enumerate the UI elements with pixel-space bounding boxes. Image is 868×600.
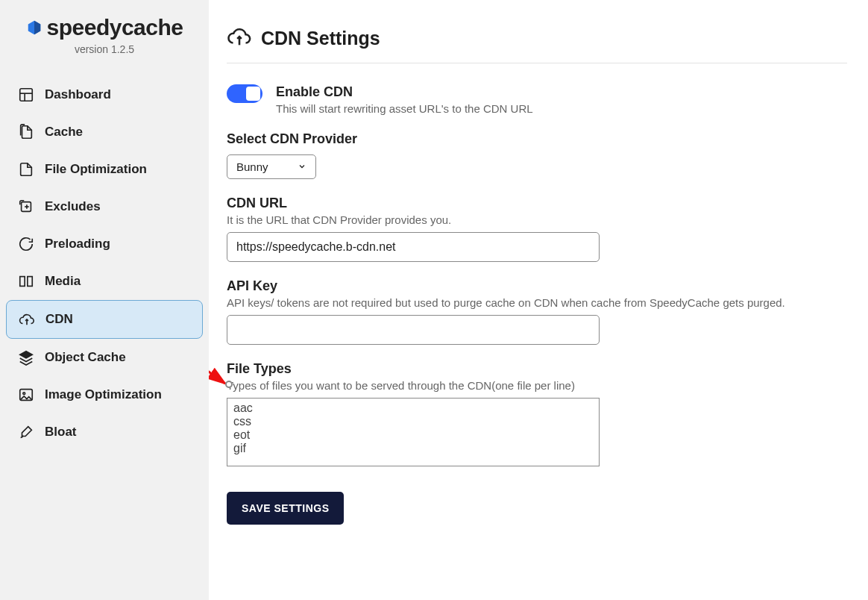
api-key-input[interactable] [227, 315, 600, 345]
sidebar-item-label: Cache [45, 125, 83, 140]
sidebar-item-label: Media [45, 274, 81, 289]
image-icon [18, 387, 34, 403]
sidebar-item-cache[interactable]: Cache [6, 113, 203, 151]
cloud-icon [227, 24, 252, 52]
sidebar-nav: Dashboard Cache File Optimization Exclud… [6, 76, 203, 451]
cdn-url-label: CDN URL [227, 196, 847, 211]
excludes-icon [18, 199, 34, 215]
page-header: CDN Settings [227, 24, 847, 63]
svg-rect-0 [20, 89, 33, 101]
file-types-desc: Types of files you want to be served thr… [227, 379, 847, 392]
svg-line-13 [209, 357, 225, 384]
file-types-block: File Types Types of files you want to be… [227, 361, 847, 469]
sidebar-item-cdn[interactable]: CDN [6, 300, 203, 339]
sidebar-item-label: Excludes [45, 199, 101, 214]
cdn-url-desc: It is the URL that CDN Provider provides… [227, 213, 847, 226]
file-types-label: File Types [227, 361, 847, 377]
sidebar-item-preloading[interactable]: Preloading [6, 225, 203, 263]
toggle-knob [246, 87, 260, 101]
sidebar: speedycache version 1.2.5 Dashboard Cach… [0, 0, 209, 600]
sidebar-item-label: Dashboard [45, 87, 111, 102]
enable-cdn-desc: This will start rewriting asset URL's to… [276, 102, 533, 115]
file-icon [18, 161, 34, 178]
provider-block: Select CDN Provider Bunny [227, 131, 847, 179]
api-key-block: API Key API keys/ tokens are not require… [227, 278, 847, 345]
sidebar-item-media[interactable]: Media [6, 263, 203, 300]
cdn-url-input[interactable] [227, 232, 600, 262]
sidebar-item-label: Bloat [45, 425, 77, 440]
api-key-desc: API keys/ tokens are not required but us… [227, 296, 847, 309]
provider-selected: Bunny [236, 160, 268, 173]
preloading-icon [18, 236, 34, 252]
sidebar-item-label: Image Optimization [45, 387, 162, 402]
sidebar-item-file-optimization[interactable]: File Optimization [6, 151, 203, 188]
sidebar-item-label: File Optimization [45, 162, 147, 177]
enable-cdn-toggle[interactable] [227, 84, 262, 103]
media-icon [18, 273, 34, 290]
brush-icon [18, 424, 34, 440]
sidebar-item-excludes[interactable]: Excludes [6, 188, 203, 225]
sidebar-item-dashboard[interactable]: Dashboard [6, 76, 203, 113]
enable-cdn-row: Enable CDN This will start rewriting ass… [227, 84, 847, 115]
sidebar-item-label: Preloading [45, 237, 110, 251]
sidebar-item-label: CDN [45, 312, 73, 327]
provider-label: Select CDN Provider [227, 131, 847, 147]
brand-version: version 1.2.5 [6, 43, 203, 55]
chevron-down-icon [298, 160, 306, 173]
sidebar-item-image-optimization[interactable]: Image Optimization [6, 376, 203, 413]
brand-block: speedycache version 1.2.5 [6, 15, 203, 55]
sidebar-item-label: Object Cache [45, 350, 126, 365]
annotation-dot-end [225, 381, 233, 388]
svg-rect-6 [20, 277, 25, 287]
page-title: CDN Settings [261, 28, 380, 49]
brand-logo-icon [26, 19, 43, 36]
layers-icon [18, 349, 34, 366]
svg-marker-9 [20, 351, 33, 358]
file-types-textarea[interactable] [227, 398, 600, 466]
svg-point-11 [23, 393, 25, 395]
cache-icon [18, 124, 34, 140]
enable-cdn-title: Enable CDN [276, 84, 533, 100]
sidebar-item-object-cache[interactable]: Object Cache [6, 339, 203, 376]
sidebar-item-bloat[interactable]: Bloat [6, 413, 203, 451]
cdn-url-block: CDN URL It is the URL that CDN Provider … [227, 196, 847, 262]
brand-name: speedycache [47, 15, 183, 40]
cdn-icon [19, 311, 35, 328]
svg-rect-7 [28, 277, 32, 287]
main-panel: CDN Settings Enable CDN This will start … [209, 0, 868, 600]
dashboard-icon [18, 87, 34, 103]
api-key-label: API Key [227, 278, 847, 294]
save-settings-button[interactable]: SAVE SETTINGS [227, 492, 344, 525]
provider-select[interactable]: Bunny [227, 154, 316, 179]
